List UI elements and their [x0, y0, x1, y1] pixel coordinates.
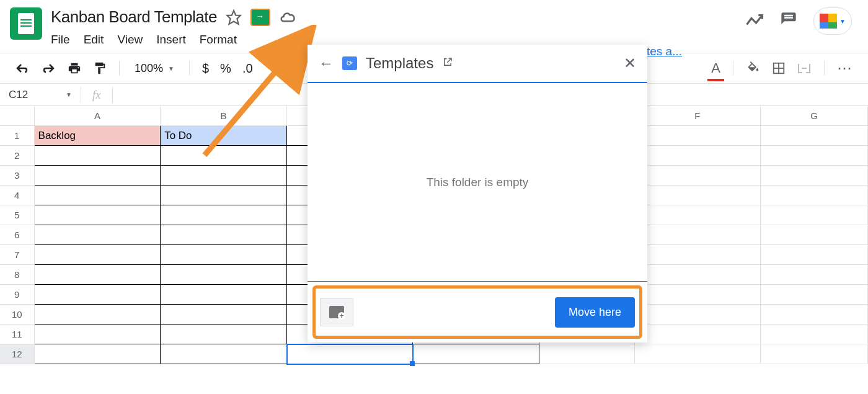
cloud-status-icon[interactable] — [279, 10, 298, 25]
cell-A1[interactable]: Backlog — [35, 126, 161, 146]
sheets-logo-icon[interactable] — [10, 7, 42, 40]
cell-B3[interactable] — [161, 166, 287, 186]
cell-F4[interactable] — [635, 186, 761, 205]
move-folder-icon[interactable] — [250, 9, 270, 26]
cell-B1[interactable]: To Do — [161, 126, 287, 146]
cell-G2[interactable] — [761, 146, 868, 166]
cell-G9[interactable] — [761, 285, 868, 305]
meet-button[interactable]: ▼ — [813, 7, 852, 35]
col-header-B[interactable]: B — [161, 106, 287, 125]
cell-G3[interactable] — [761, 166, 868, 186]
row-header-5[interactable]: 5 — [0, 205, 35, 225]
col-header-F[interactable]: F — [635, 106, 761, 125]
row-header-4[interactable]: 4 — [0, 186, 35, 205]
cell-G11[interactable] — [761, 325, 868, 344]
text-color-button[interactable]: A — [707, 58, 724, 79]
cell-F5[interactable] — [635, 205, 761, 225]
cell-A8[interactable] — [35, 265, 161, 285]
cell-F10[interactable] — [635, 305, 761, 325]
comments-icon[interactable] — [780, 11, 797, 31]
cell-G1[interactable] — [761, 126, 868, 146]
menu-edit[interactable]: Edit — [84, 33, 104, 47]
row-header-2[interactable]: 2 — [0, 146, 35, 166]
cell-B9[interactable] — [161, 285, 287, 305]
row-header-9[interactable]: 9 — [0, 285, 35, 305]
cell-F12[interactable] — [635, 344, 761, 364]
cell-G4[interactable] — [761, 186, 868, 205]
menu-view[interactable]: View — [117, 33, 143, 47]
format-currency[interactable]: $ — [198, 59, 213, 78]
row-header-3[interactable]: 3 — [0, 166, 35, 186]
cell-G6[interactable] — [761, 225, 868, 245]
move-here-button[interactable]: Move here — [555, 297, 635, 328]
cell-B2[interactable] — [161, 146, 287, 166]
col-header-A[interactable]: A — [35, 106, 161, 125]
row-header-1[interactable]: 1 — [0, 126, 35, 146]
cell-G12[interactable] — [761, 344, 868, 364]
zoom-select[interactable]: 100% ▼ — [128, 62, 180, 75]
menu-insert[interactable]: Insert — [156, 33, 186, 47]
cell-A4[interactable] — [35, 186, 161, 205]
cell-B8[interactable] — [161, 265, 287, 285]
star-icon[interactable] — [226, 9, 242, 25]
close-icon[interactable]: ✕ — [624, 55, 636, 72]
row-header-10[interactable]: 10 — [0, 305, 35, 325]
back-arrow-icon[interactable]: ← — [319, 55, 334, 72]
cell-F3[interactable] — [635, 166, 761, 186]
cell-F11[interactable] — [635, 325, 761, 344]
cell-A11[interactable] — [35, 325, 161, 344]
cell-D12[interactable] — [413, 344, 539, 364]
cell-E12[interactable] — [539, 344, 635, 364]
fill-color-icon[interactable] — [742, 59, 764, 78]
format-percent[interactable]: % — [216, 59, 235, 78]
cell-A5[interactable] — [35, 205, 161, 225]
col-header-G[interactable]: G — [761, 106, 868, 125]
menu-format[interactable]: Format — [200, 33, 237, 47]
row-header-6[interactable]: 6 — [0, 225, 35, 245]
select-all-corner[interactable] — [0, 106, 35, 125]
cell-F8[interactable] — [635, 265, 761, 285]
row-header-12[interactable]: 12 — [0, 344, 35, 364]
row-header-11[interactable]: 11 — [0, 325, 35, 344]
cell-B12[interactable] — [161, 344, 287, 364]
cell-A12[interactable] — [35, 344, 161, 364]
cell-A6[interactable] — [35, 225, 161, 245]
truncated-menu-link[interactable]: tes a... — [647, 45, 682, 58]
cell-G5[interactable] — [761, 205, 868, 225]
doc-title[interactable]: Kanban Board Template — [51, 7, 217, 27]
cell-G8[interactable] — [761, 265, 868, 285]
menu-file[interactable]: File — [51, 33, 70, 47]
cell-A9[interactable] — [35, 285, 161, 305]
cell-A2[interactable] — [35, 146, 161, 166]
cell-F6[interactable] — [635, 225, 761, 245]
open-in-new-icon[interactable] — [442, 56, 453, 70]
cell-B10[interactable] — [161, 305, 287, 325]
row-header-7[interactable]: 7 — [0, 245, 35, 265]
undo-icon[interactable] — [11, 60, 33, 77]
decrease-decimal[interactable]: .0 — [239, 59, 257, 78]
cell-B7[interactable] — [161, 245, 287, 265]
cell-F9[interactable] — [635, 285, 761, 305]
merge-cells-icon[interactable] — [793, 60, 815, 77]
cell-F1[interactable] — [635, 126, 761, 146]
cell-G7[interactable] — [761, 245, 868, 265]
cell-B11[interactable] — [161, 325, 287, 344]
cell-F2[interactable] — [635, 146, 761, 166]
cell-B5[interactable] — [161, 205, 287, 225]
cell-A10[interactable] — [35, 305, 161, 325]
name-box[interactable]: C12 ▼ — [0, 89, 81, 101]
print-icon[interactable] — [63, 59, 86, 78]
borders-icon[interactable] — [768, 59, 789, 78]
new-folder-button[interactable] — [320, 298, 353, 326]
cell-G10[interactable] — [761, 305, 868, 325]
more-icon[interactable]: ⋯ — [833, 57, 857, 79]
cell-C12[interactable] — [287, 344, 414, 364]
activity-icon[interactable] — [745, 13, 764, 29]
cell-A3[interactable] — [35, 166, 161, 186]
cell-F7[interactable] — [635, 245, 761, 265]
redo-icon[interactable] — [37, 60, 60, 77]
cell-B6[interactable] — [161, 225, 287, 245]
cell-A7[interactable] — [35, 245, 161, 265]
cell-B4[interactable] — [161, 186, 287, 205]
paint-format-icon[interactable] — [89, 58, 110, 78]
